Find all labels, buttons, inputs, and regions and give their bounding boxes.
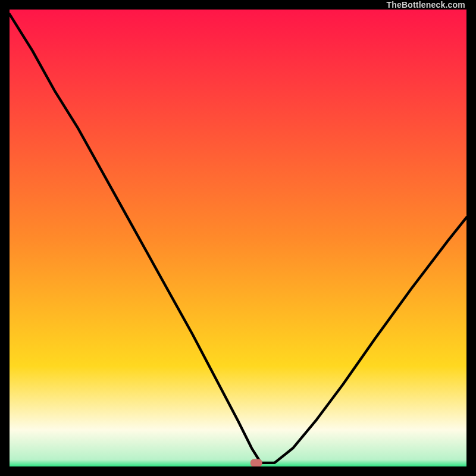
chart-frame: TheBottleneck.com [0, 0, 476, 476]
minimum-marker [250, 459, 262, 466]
gradient-background [10, 10, 466, 466]
chart-plot [10, 10, 466, 466]
watermark-text: TheBottleneck.com [386, 0, 466, 10]
chart-svg [10, 10, 466, 466]
